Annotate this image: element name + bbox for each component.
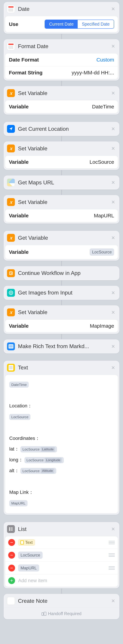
remove-button[interactable]: − bbox=[8, 552, 15, 558]
handoff-required: Handoff Required bbox=[3, 608, 120, 619]
svg-rect-0 bbox=[9, 272, 12, 274]
action-get-variable: 𝑥 Get Variable × Variable LocSource bbox=[3, 230, 120, 261]
close-icon[interactable]: × bbox=[110, 145, 116, 152]
close-icon[interactable]: × bbox=[110, 180, 116, 186]
close-icon[interactable]: × bbox=[110, 364, 116, 371]
seg-specified-date[interactable]: Specified Date bbox=[78, 20, 114, 28]
notes-icon bbox=[7, 597, 15, 605]
maps-icon bbox=[7, 178, 15, 186]
close-icon[interactable]: × bbox=[110, 6, 116, 12]
list-add-item[interactable]: + Add new item bbox=[5, 574, 118, 587]
connector bbox=[61, 34, 62, 39]
action-title: Format Date bbox=[18, 43, 107, 50]
add-button[interactable]: + bbox=[8, 577, 15, 584]
remove-button[interactable]: − bbox=[8, 564, 15, 572]
token-alt[interactable]: LocSource Altitude bbox=[20, 468, 56, 474]
text-content[interactable]: DateTime Location： LocSource Coordinates… bbox=[5, 375, 118, 514]
location-icon bbox=[7, 125, 15, 133]
row-variable[interactable]: Variable LocSource bbox=[5, 156, 118, 168]
calendar-icon bbox=[7, 42, 15, 50]
svg-point-3 bbox=[9, 528, 10, 528]
action-get-images: Get Images from Input × bbox=[3, 286, 120, 300]
close-icon[interactable]: × bbox=[110, 290, 116, 296]
close-icon[interactable]: × bbox=[110, 126, 116, 132]
format-string-value: yyyy-MM-dd HH:... bbox=[72, 70, 114, 76]
use-label: Use bbox=[9, 21, 18, 27]
action-create-note: Create Note × Handoff Required bbox=[3, 594, 120, 620]
svg-rect-9 bbox=[42, 612, 44, 616]
variable-icon: 𝑥 bbox=[7, 308, 15, 316]
card-header: Date × bbox=[3, 2, 120, 16]
close-icon[interactable]: × bbox=[110, 199, 116, 205]
token-text-action[interactable]: Text bbox=[18, 539, 35, 546]
variable-icon: 𝑥 bbox=[7, 198, 15, 206]
action-get-maps-url: Get Maps URL × bbox=[3, 175, 120, 190]
drag-handle[interactable] bbox=[109, 554, 115, 557]
close-icon[interactable]: × bbox=[110, 43, 116, 49]
row-date-format[interactable]: Date Format Custom bbox=[5, 54, 118, 66]
action-set-variable-locsource: 𝑥 Set Variable × Variable LocSource bbox=[3, 141, 120, 170]
token-datetime[interactable]: DateTime bbox=[9, 382, 29, 388]
card-body: Use Current Date Specified Date bbox=[5, 16, 118, 32]
list-item-locsource: − LocSource bbox=[5, 549, 118, 562]
list-item-text: − Text bbox=[5, 536, 118, 549]
svg-rect-10 bbox=[44, 612, 46, 616]
action-text: Text × DateTime Location： LocSource Coor… bbox=[3, 360, 120, 515]
text-icon bbox=[20, 540, 24, 544]
variable-token[interactable]: LocSource bbox=[90, 248, 114, 256]
svg-point-7 bbox=[9, 530, 10, 530]
action-list: List × − Text − LocSource − MapURL + Add… bbox=[3, 522, 120, 588]
list-icon bbox=[7, 525, 15, 533]
images-icon bbox=[7, 289, 15, 297]
close-icon[interactable]: × bbox=[110, 598, 116, 604]
row-variable[interactable]: Variable MapImage bbox=[5, 320, 118, 332]
remove-button[interactable]: − bbox=[8, 539, 15, 546]
row-use: Use Current Date Specified Date bbox=[5, 16, 118, 32]
row-variable[interactable]: Variable MapURL bbox=[5, 209, 118, 222]
row-variable[interactable]: Variable DateTime bbox=[5, 100, 118, 113]
list-item-mapurl: − MapURL bbox=[5, 562, 118, 574]
calendar-icon bbox=[7, 5, 15, 13]
token-locsource[interactable]: LocSource bbox=[18, 552, 43, 559]
token-mapurl[interactable]: MapURL bbox=[9, 500, 28, 506]
variable-icon: 𝑥 bbox=[7, 144, 15, 152]
date-format-value: Custom bbox=[97, 57, 114, 63]
variable-value: DateTime bbox=[92, 104, 114, 110]
text-icon bbox=[7, 364, 15, 372]
variable-icon: 𝑥 bbox=[7, 89, 15, 97]
token-long[interactable]: LocSource Longitude bbox=[24, 457, 64, 463]
svg-point-2 bbox=[10, 292, 12, 294]
variable-icon: 𝑥 bbox=[7, 234, 15, 242]
drag-handle[interactable] bbox=[109, 541, 115, 544]
continue-icon bbox=[7, 269, 15, 277]
close-icon[interactable]: × bbox=[110, 526, 116, 532]
action-set-variable-mapurl: 𝑥 Set Variable × Variable MapURL bbox=[3, 195, 120, 224]
seg-current-date[interactable]: Current Date bbox=[45, 20, 78, 28]
action-title: Date bbox=[18, 6, 107, 12]
svg-point-5 bbox=[9, 529, 10, 530]
token-mapurl[interactable]: MapURL bbox=[18, 564, 39, 572]
token-locsource[interactable]: LocSource bbox=[9, 414, 30, 420]
close-icon[interactable]: × bbox=[110, 343, 116, 350]
close-icon[interactable]: × bbox=[110, 90, 116, 96]
row-variable[interactable]: Variable LocSource bbox=[5, 245, 118, 259]
row-format-string[interactable]: Format String yyyy-MM-dd HH:... bbox=[5, 66, 118, 79]
action-format-date: Format Date × Date Format Custom Format … bbox=[3, 39, 120, 81]
action-make-rich-text: Make Rich Text from Markd... × bbox=[3, 339, 120, 354]
close-icon[interactable]: × bbox=[110, 309, 116, 316]
action-date: Date × Use Current Date Specified Date bbox=[3, 2, 120, 34]
drag-handle[interactable] bbox=[109, 566, 115, 570]
token-lat[interactable]: LocSource Latitude bbox=[20, 446, 57, 452]
action-set-variable-mapimage: 𝑥 Set Variable × Variable MapImage bbox=[3, 305, 120, 334]
segmented-control: Current Date Specified Date bbox=[45, 20, 114, 29]
close-icon[interactable]: × bbox=[110, 235, 116, 241]
action-get-current-location: Get Current Location × bbox=[3, 122, 120, 136]
richtext-icon bbox=[7, 342, 15, 350]
action-set-variable-datetime: 𝑥 Set Variable × Variable DateTime bbox=[3, 86, 120, 115]
action-continue-workflow: Continue Workflow in App bbox=[3, 266, 120, 280]
